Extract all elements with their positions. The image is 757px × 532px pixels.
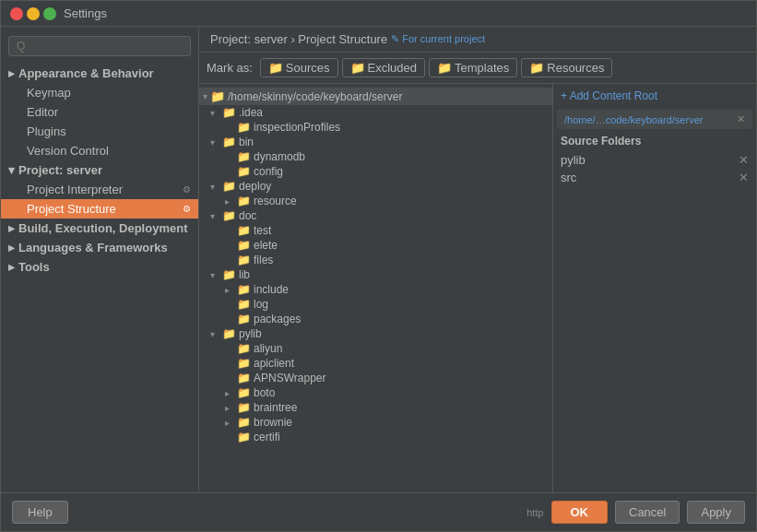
- folder-icon: 📁: [237, 416, 251, 429]
- tree-root[interactable]: ▾ 📁 /home/skinny/code/keyboard/server: [199, 88, 552, 105]
- folder-icon: 📁: [237, 239, 251, 252]
- breadcrumb-text: Project: server › Project Structure: [210, 32, 387, 46]
- sources-button[interactable]: 📁 Sources: [260, 58, 338, 77]
- minimize-button[interactable]: [27, 7, 40, 20]
- expand-icon: ▸: [8, 241, 15, 254]
- arrow-icon: ▾: [210, 211, 219, 221]
- tree-item[interactable]: ▾ 📁 lib: [199, 267, 552, 282]
- sidebar-item-project-structure[interactable]: Project Structure ⚙: [1, 199, 198, 219]
- tree-item[interactable]: 📁 dynamodb: [199, 149, 552, 164]
- sidebar-item-languages-frameworks[interactable]: ▸ Languages & Frameworks: [1, 238, 198, 257]
- sidebar-item-label: Project Structure: [27, 202, 116, 216]
- folder-name: pylib: [561, 153, 585, 167]
- sidebar-item-label: Build, Execution, Deployment: [18, 221, 187, 235]
- tree-item[interactable]: ▸ 📁 resource: [199, 194, 552, 208]
- tree-item[interactable]: 📁 log: [199, 297, 552, 312]
- arrow-icon: ▸: [225, 403, 234, 413]
- tree-item[interactable]: ▾ 📁 .idea: [199, 105, 552, 120]
- tree-item[interactable]: ▾ 📁 doc: [199, 208, 552, 223]
- arrow-icon: ▾: [210, 108, 219, 118]
- toolbar: Mark as: 📁 Sources 📁 Excluded 📁 Template…: [199, 53, 756, 84]
- sidebar-item-appearance-behavior[interactable]: ▸ Appearance & Behavior: [1, 64, 198, 83]
- sidebar-item-build-execution[interactable]: ▸ Build, Execution, Deployment: [1, 219, 198, 238]
- sidebar-item-version-control[interactable]: Version Control: [1, 141, 198, 160]
- help-button[interactable]: Help: [12, 501, 68, 524]
- folder-icon: 📁: [222, 106, 236, 119]
- tree-item[interactable]: ▸ 📁 include: [199, 282, 552, 297]
- expand-icon: ▸: [8, 221, 15, 235]
- tree-item[interactable]: 📁 files: [199, 253, 552, 267]
- ok-button[interactable]: OK: [551, 501, 609, 524]
- folder-icon: 📁: [237, 298, 251, 311]
- folder-icon: 📁: [237, 150, 251, 163]
- apply-button[interactable]: Apply: [687, 501, 745, 524]
- folder-icon: 📁: [237, 357, 251, 370]
- content-area: ▾ 📁 /home/skinny/code/keyboard/server ▾ …: [199, 84, 756, 492]
- sidebar-item-tools[interactable]: ▸ Tools: [1, 257, 198, 277]
- sources-label: Sources: [286, 61, 330, 75]
- tree-item[interactable]: 📁 config: [199, 164, 552, 179]
- expand-icon: ▸: [8, 260, 15, 274]
- sidebar-item-plugins[interactable]: Plugins: [1, 122, 198, 141]
- resources-button[interactable]: 📁 Resources: [521, 58, 612, 77]
- right-panel: Project: server › Project Structure ✎ Fo…: [199, 27, 756, 492]
- bottom-bar: Help http OK Cancel Apply: [1, 492, 756, 531]
- search-input[interactable]: [8, 36, 191, 56]
- templates-button[interactable]: 📁 Templates: [429, 58, 517, 77]
- cancel-button[interactable]: Cancel: [615, 501, 680, 524]
- tree-item[interactable]: 📁 APNSWrapper: [199, 371, 552, 385]
- sidebar-item-editor[interactable]: Editor: [1, 102, 198, 122]
- sidebar-item-project-interpreter[interactable]: Project Interpreter ⚙: [1, 180, 198, 199]
- action-buttons: http OK Cancel Apply: [526, 501, 745, 524]
- folder-icon: 📁: [222, 136, 236, 148]
- tree-item[interactable]: ▸ 📁 boto: [199, 385, 552, 400]
- tree-item[interactable]: ▾ 📁 deploy: [199, 179, 552, 194]
- sidebar: ▸ Appearance & Behavior Keymap Editor Pl…: [1, 27, 199, 492]
- tree-item[interactable]: 📁 aliyun: [199, 341, 552, 356]
- sidebar-item-keymap[interactable]: Keymap: [1, 83, 198, 102]
- add-content-root-button[interactable]: + Add Content Root: [561, 89, 657, 102]
- tree-item[interactable]: 📁 elete: [199, 238, 552, 253]
- close-path-button[interactable]: ✕: [737, 113, 745, 125]
- tree-item[interactable]: ▸ 📁 braintree: [199, 400, 552, 415]
- sidebar-item-label: Plugins: [27, 124, 66, 138]
- folder-green-icon: 📁: [529, 61, 544, 75]
- sidebar-item-project-server[interactable]: ▾ Project: server: [1, 160, 198, 180]
- close-button[interactable]: [10, 7, 23, 20]
- sidebar-item-label: Tools: [18, 260, 50, 274]
- tree-item[interactable]: 📁 apiclient: [199, 356, 552, 371]
- folder-icon: 📁: [237, 386, 251, 399]
- status-text: http: [526, 507, 543, 518]
- source-folders-label: Source Folders: [553, 131, 756, 151]
- sidebar-item-label: Appearance & Behavior: [18, 66, 154, 80]
- arrow-icon: ▸: [225, 196, 234, 207]
- folder-icon: 📁: [222, 327, 236, 340]
- file-tree[interactable]: ▾ 📁 /home/skinny/code/keyboard/server ▾ …: [199, 84, 553, 492]
- folder-icon: 📁: [237, 121, 251, 134]
- tree-item[interactable]: 📁 packages: [199, 312, 552, 326]
- arrow-icon: ▾: [210, 329, 219, 339]
- source-panel-header: + Add Content Root: [553, 84, 756, 108]
- structure-icon: ⚙: [183, 204, 191, 214]
- tree-item[interactable]: ▾ 📁 bin: [199, 135, 552, 149]
- source-folder-item-pylib[interactable]: pylib ✕: [553, 151, 756, 169]
- templates-label: Templates: [455, 61, 509, 75]
- settings-dialog: Settings ▸ Appearance & Behavior Keymap …: [0, 0, 757, 532]
- interpreter-icon: ⚙: [183, 184, 191, 195]
- maximize-button[interactable]: [43, 7, 56, 20]
- tree-item[interactable]: ▸ 📁 brownie: [199, 415, 552, 430]
- tree-item[interactable]: 📁 test: [199, 223, 552, 238]
- main-content: ▸ Appearance & Behavior Keymap Editor Pl…: [1, 27, 756, 492]
- tree-item[interactable]: ▾ 📁 pylib: [199, 326, 552, 341]
- sidebar-item-label: Project Interpreter: [27, 183, 123, 196]
- source-folder-item-src[interactable]: src ✕: [553, 169, 756, 186]
- root-path: /home/skinny/code/keyboard/server: [228, 90, 402, 103]
- tree-item[interactable]: 📁 inspectionProfiles: [199, 120, 552, 135]
- folder-icon: 📁: [237, 195, 251, 207]
- excluded-button[interactable]: 📁 Excluded: [342, 58, 425, 77]
- remove-folder-button[interactable]: ✕: [739, 171, 749, 184]
- remove-folder-button[interactable]: ✕: [739, 153, 749, 167]
- tree-item[interactable]: 📁 certifi: [199, 430, 552, 444]
- folder-icon: 📁: [222, 268, 236, 281]
- sidebar-item-label: Version Control: [27, 144, 109, 158]
